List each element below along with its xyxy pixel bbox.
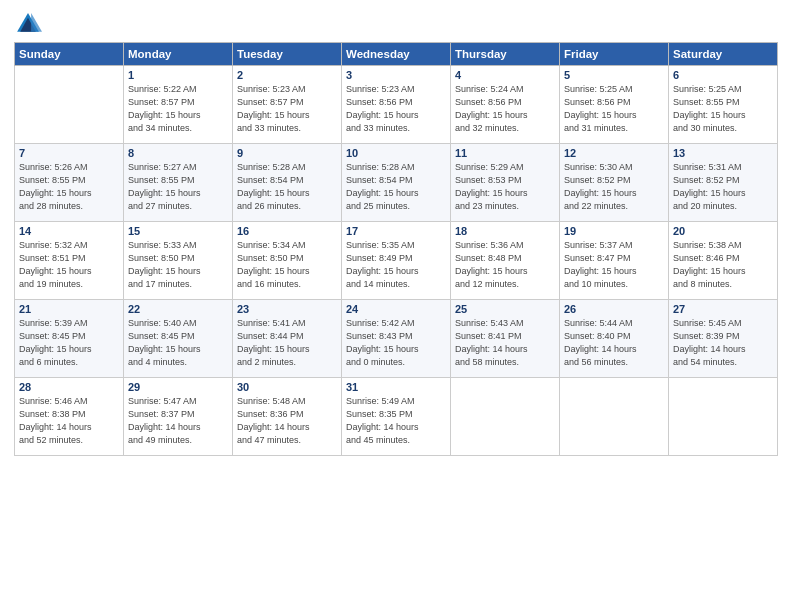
page-container: SundayMondayTuesdayWednesdayThursdayFrid… [0,0,792,464]
day-detail: Sunrise: 5:40 AM Sunset: 8:45 PM Dayligh… [128,317,228,369]
calendar-cell: 13Sunrise: 5:31 AM Sunset: 8:52 PM Dayli… [669,144,778,222]
day-number: 6 [673,69,773,81]
day-detail: Sunrise: 5:33 AM Sunset: 8:50 PM Dayligh… [128,239,228,291]
week-row-1: 1Sunrise: 5:22 AM Sunset: 8:57 PM Daylig… [15,66,778,144]
header-row: SundayMondayTuesdayWednesdayThursdayFrid… [15,43,778,66]
calendar-cell: 26Sunrise: 5:44 AM Sunset: 8:40 PM Dayli… [560,300,669,378]
day-detail: Sunrise: 5:48 AM Sunset: 8:36 PM Dayligh… [237,395,337,447]
header [14,10,778,38]
day-number: 19 [564,225,664,237]
calendar-cell: 11Sunrise: 5:29 AM Sunset: 8:53 PM Dayli… [451,144,560,222]
day-number: 28 [19,381,119,393]
logo-icon [14,10,42,38]
calendar-cell: 28Sunrise: 5:46 AM Sunset: 8:38 PM Dayli… [15,378,124,456]
day-number: 10 [346,147,446,159]
day-number: 3 [346,69,446,81]
day-number: 8 [128,147,228,159]
day-number: 30 [237,381,337,393]
calendar-cell: 30Sunrise: 5:48 AM Sunset: 8:36 PM Dayli… [233,378,342,456]
day-detail: Sunrise: 5:39 AM Sunset: 8:45 PM Dayligh… [19,317,119,369]
day-detail: Sunrise: 5:47 AM Sunset: 8:37 PM Dayligh… [128,395,228,447]
day-number: 11 [455,147,555,159]
day-header-monday: Monday [124,43,233,66]
calendar-cell: 17Sunrise: 5:35 AM Sunset: 8:49 PM Dayli… [342,222,451,300]
day-header-friday: Friday [560,43,669,66]
svg-marker-2 [31,13,42,32]
week-row-2: 7Sunrise: 5:26 AM Sunset: 8:55 PM Daylig… [15,144,778,222]
day-number: 16 [237,225,337,237]
calendar-cell: 31Sunrise: 5:49 AM Sunset: 8:35 PM Dayli… [342,378,451,456]
calendar-cell: 2Sunrise: 5:23 AM Sunset: 8:57 PM Daylig… [233,66,342,144]
calendar-cell: 7Sunrise: 5:26 AM Sunset: 8:55 PM Daylig… [15,144,124,222]
day-number: 14 [19,225,119,237]
calendar-cell: 22Sunrise: 5:40 AM Sunset: 8:45 PM Dayli… [124,300,233,378]
calendar-cell [15,66,124,144]
day-detail: Sunrise: 5:45 AM Sunset: 8:39 PM Dayligh… [673,317,773,369]
calendar-cell: 9Sunrise: 5:28 AM Sunset: 8:54 PM Daylig… [233,144,342,222]
day-number: 9 [237,147,337,159]
day-detail: Sunrise: 5:42 AM Sunset: 8:43 PM Dayligh… [346,317,446,369]
calendar-cell: 1Sunrise: 5:22 AM Sunset: 8:57 PM Daylig… [124,66,233,144]
calendar-cell: 25Sunrise: 5:43 AM Sunset: 8:41 PM Dayli… [451,300,560,378]
day-number: 12 [564,147,664,159]
calendar-cell: 12Sunrise: 5:30 AM Sunset: 8:52 PM Dayli… [560,144,669,222]
day-number: 1 [128,69,228,81]
day-detail: Sunrise: 5:32 AM Sunset: 8:51 PM Dayligh… [19,239,119,291]
day-number: 2 [237,69,337,81]
calendar-cell: 3Sunrise: 5:23 AM Sunset: 8:56 PM Daylig… [342,66,451,144]
week-row-5: 28Sunrise: 5:46 AM Sunset: 8:38 PM Dayli… [15,378,778,456]
day-detail: Sunrise: 5:37 AM Sunset: 8:47 PM Dayligh… [564,239,664,291]
day-detail: Sunrise: 5:43 AM Sunset: 8:41 PM Dayligh… [455,317,555,369]
calendar-cell: 20Sunrise: 5:38 AM Sunset: 8:46 PM Dayli… [669,222,778,300]
day-detail: Sunrise: 5:35 AM Sunset: 8:49 PM Dayligh… [346,239,446,291]
calendar-cell: 15Sunrise: 5:33 AM Sunset: 8:50 PM Dayli… [124,222,233,300]
calendar-cell: 5Sunrise: 5:25 AM Sunset: 8:56 PM Daylig… [560,66,669,144]
day-detail: Sunrise: 5:25 AM Sunset: 8:55 PM Dayligh… [673,83,773,135]
calendar-cell: 4Sunrise: 5:24 AM Sunset: 8:56 PM Daylig… [451,66,560,144]
day-detail: Sunrise: 5:23 AM Sunset: 8:57 PM Dayligh… [237,83,337,135]
day-detail: Sunrise: 5:31 AM Sunset: 8:52 PM Dayligh… [673,161,773,213]
day-number: 22 [128,303,228,315]
day-number: 25 [455,303,555,315]
calendar-cell [451,378,560,456]
day-number: 18 [455,225,555,237]
calendar-table: SundayMondayTuesdayWednesdayThursdayFrid… [14,42,778,456]
day-header-thursday: Thursday [451,43,560,66]
day-detail: Sunrise: 5:26 AM Sunset: 8:55 PM Dayligh… [19,161,119,213]
calendar-cell: 14Sunrise: 5:32 AM Sunset: 8:51 PM Dayli… [15,222,124,300]
day-header-tuesday: Tuesday [233,43,342,66]
day-number: 23 [237,303,337,315]
day-detail: Sunrise: 5:24 AM Sunset: 8:56 PM Dayligh… [455,83,555,135]
calendar-cell [669,378,778,456]
day-detail: Sunrise: 5:44 AM Sunset: 8:40 PM Dayligh… [564,317,664,369]
day-detail: Sunrise: 5:28 AM Sunset: 8:54 PM Dayligh… [237,161,337,213]
calendar-cell: 24Sunrise: 5:42 AM Sunset: 8:43 PM Dayli… [342,300,451,378]
calendar-cell: 21Sunrise: 5:39 AM Sunset: 8:45 PM Dayli… [15,300,124,378]
day-detail: Sunrise: 5:27 AM Sunset: 8:55 PM Dayligh… [128,161,228,213]
day-header-wednesday: Wednesday [342,43,451,66]
calendar-cell: 10Sunrise: 5:28 AM Sunset: 8:54 PM Dayli… [342,144,451,222]
day-number: 31 [346,381,446,393]
day-number: 29 [128,381,228,393]
day-detail: Sunrise: 5:22 AM Sunset: 8:57 PM Dayligh… [128,83,228,135]
day-detail: Sunrise: 5:23 AM Sunset: 8:56 PM Dayligh… [346,83,446,135]
day-number: 5 [564,69,664,81]
calendar-cell: 6Sunrise: 5:25 AM Sunset: 8:55 PM Daylig… [669,66,778,144]
day-number: 13 [673,147,773,159]
day-number: 20 [673,225,773,237]
day-detail: Sunrise: 5:41 AM Sunset: 8:44 PM Dayligh… [237,317,337,369]
day-detail: Sunrise: 5:36 AM Sunset: 8:48 PM Dayligh… [455,239,555,291]
day-number: 7 [19,147,119,159]
week-row-3: 14Sunrise: 5:32 AM Sunset: 8:51 PM Dayli… [15,222,778,300]
day-number: 26 [564,303,664,315]
day-number: 15 [128,225,228,237]
day-number: 4 [455,69,555,81]
calendar-cell: 18Sunrise: 5:36 AM Sunset: 8:48 PM Dayli… [451,222,560,300]
day-detail: Sunrise: 5:34 AM Sunset: 8:50 PM Dayligh… [237,239,337,291]
day-header-sunday: Sunday [15,43,124,66]
day-detail: Sunrise: 5:28 AM Sunset: 8:54 PM Dayligh… [346,161,446,213]
day-detail: Sunrise: 5:38 AM Sunset: 8:46 PM Dayligh… [673,239,773,291]
day-detail: Sunrise: 5:46 AM Sunset: 8:38 PM Dayligh… [19,395,119,447]
calendar-cell: 19Sunrise: 5:37 AM Sunset: 8:47 PM Dayli… [560,222,669,300]
day-header-saturday: Saturday [669,43,778,66]
